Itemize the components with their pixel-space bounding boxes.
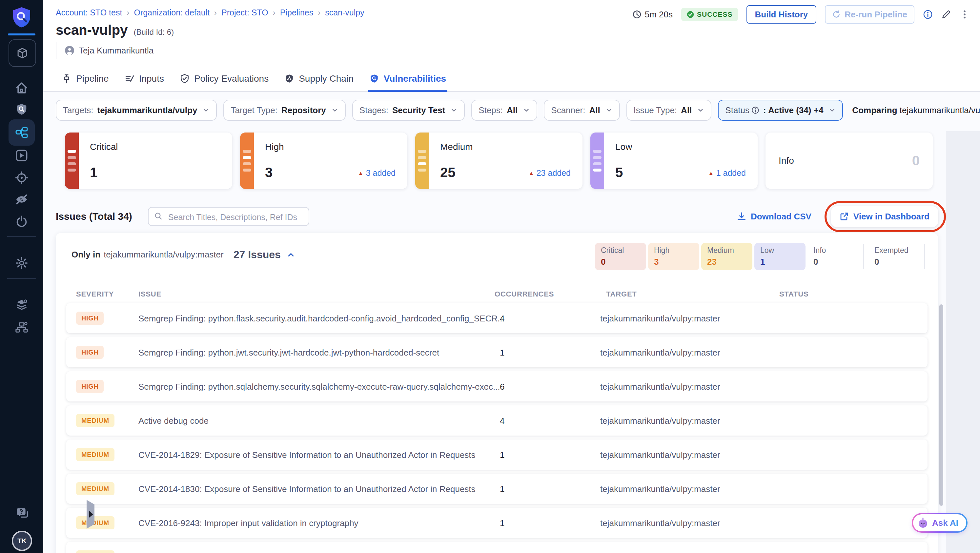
filter-stages[interactable]: Stages: Security Test xyxy=(352,100,465,121)
card-high[interactable]: High 3 ▲3 added xyxy=(240,132,407,189)
tab-label: Supply Chain xyxy=(299,73,353,84)
severity-badge: MEDIUM xyxy=(76,414,115,427)
table-row[interactable]: MEDIUM Active debug code 4 tejakummariku… xyxy=(66,405,928,435)
chip-critical[interactable]: Critical 0 xyxy=(595,243,646,270)
filter-scanner[interactable]: Scanner: All xyxy=(544,100,620,121)
tab-policy-evaluations[interactable]: Policy Evaluations xyxy=(178,66,270,91)
chip-exempted[interactable]: Exempted 0 xyxy=(869,243,920,270)
kebab-menu-icon[interactable] xyxy=(960,10,969,19)
table-row[interactable]: MEDIUM CVE-2014-1829: Exposure of Sensit… xyxy=(66,440,928,470)
chevron-up-icon[interactable] xyxy=(286,251,295,259)
breadcrumb-pipelines[interactable]: Pipelines xyxy=(280,8,313,17)
card-critical[interactable]: Critical 1 xyxy=(65,132,232,189)
chip-medium[interactable]: Medium 23 xyxy=(701,243,752,270)
filter-label: Target Type: xyxy=(231,105,277,116)
breadcrumb-account[interactable]: Account: STO test xyxy=(56,8,122,17)
breadcrumb-current[interactable]: scan-vulpy xyxy=(325,8,364,17)
group-target: tejakummarikuntla/vulpy:master xyxy=(103,249,224,260)
filter-value: All xyxy=(681,105,692,116)
chevron-down-icon xyxy=(202,106,210,114)
tab-pipeline[interactable]: Pipeline xyxy=(60,66,110,91)
card-info[interactable]: Info 0 xyxy=(765,132,933,189)
shield-nodes-icon xyxy=(284,74,294,84)
breadcrumb-project[interactable]: Project: STO xyxy=(221,8,268,17)
module-selector-button[interactable] xyxy=(8,39,36,67)
build-history-button[interactable]: Build History xyxy=(746,5,817,24)
filter-status[interactable]: Status : Active (34) +4 xyxy=(718,100,843,121)
rerun-pipeline-button[interactable]: Re-run Pipeline xyxy=(825,5,915,24)
table-row[interactable]: HIGH Semgrep Finding: python.sqlalchemy.… xyxy=(66,371,928,402)
sidebar-expand-handle[interactable] xyxy=(87,500,94,529)
filter-issue-type[interactable]: Issue Type: All xyxy=(627,100,712,121)
issue-title: CVE-2016-9243: Improper input validation… xyxy=(138,518,358,528)
card-count: 1 xyxy=(90,165,97,180)
chat-help-icon[interactable] xyxy=(15,507,30,521)
home-icon[interactable] xyxy=(15,81,28,94)
table-row[interactable]: HIGH Semgrep Finding: python.flask.secur… xyxy=(66,303,928,333)
filter-targets[interactable]: Targets: tejakummarikuntla/vulpy xyxy=(56,100,217,121)
issue-group-header[interactable]: Only in tejakummarikuntla/vulpy:master 2… xyxy=(72,249,295,261)
eye-off-icon[interactable] xyxy=(15,193,28,206)
card-added: ▲3 added xyxy=(358,168,396,178)
edit-pencil-icon[interactable] xyxy=(941,10,951,19)
scrollbar-thumb[interactable] xyxy=(939,304,943,506)
chevron-down-icon xyxy=(605,106,612,114)
filter-steps[interactable]: Steps: All xyxy=(471,100,537,121)
network-gear-icon[interactable] xyxy=(15,321,28,334)
search-input[interactable] xyxy=(167,208,304,227)
added-text: 1 added xyxy=(716,168,746,178)
download-icon xyxy=(737,212,746,221)
info-icon xyxy=(751,106,759,114)
severity-level-icon xyxy=(240,132,254,189)
avatar[interactable]: TK xyxy=(12,531,32,551)
pipeline-graph-icon xyxy=(16,126,28,139)
breadcrumb-organization[interactable]: Organization: default xyxy=(134,8,210,17)
card-label: High xyxy=(265,142,284,152)
gear-settings-icon[interactable] xyxy=(15,256,28,270)
chevron-down-icon xyxy=(829,106,836,114)
table-row[interactable]: HIGH Semgrep Finding: python.jwt.securit… xyxy=(66,337,928,367)
sidebar-divider xyxy=(7,236,36,237)
filter-label: Scanner: xyxy=(551,105,585,116)
layers-gear-icon[interactable] xyxy=(15,299,28,311)
severity-chips: Critical 0 High 3 Medium 23 Low 1 xyxy=(595,243,928,270)
chip-label: Critical xyxy=(601,246,640,255)
shield-search-icon[interactable] xyxy=(15,103,28,116)
card-low[interactable]: Low 5 ▲1 added xyxy=(590,132,757,189)
ask-ai-button[interactable]: Ask AI xyxy=(912,513,967,533)
chip-info[interactable]: Info 0 xyxy=(808,243,859,270)
table-row[interactable]: MEDIUM CVE-2016-9243: Improper input val… xyxy=(66,508,928,538)
chip-low[interactable]: Low 1 xyxy=(754,243,805,270)
chevron-down-icon xyxy=(523,106,530,114)
download-csv-button[interactable]: Download CSV xyxy=(737,211,811,222)
target: tejakummarikuntla/vulpy:master xyxy=(600,382,720,392)
severity-level-icon xyxy=(415,132,429,189)
author-name: Teja Kummarikuntla xyxy=(79,46,153,56)
chip-high[interactable]: High 3 xyxy=(648,243,699,270)
tab-label: Inputs xyxy=(139,73,164,84)
card-medium[interactable]: Medium 25 ▲23 added xyxy=(415,132,582,189)
triangle-up-icon: ▲ xyxy=(358,170,363,176)
issue-title: Semgrep Finding: python.flask.security.a… xyxy=(138,313,505,324)
filter-target-type[interactable]: Target Type: Repository xyxy=(223,100,345,121)
table-row-partial[interactable]: MEDIUM xyxy=(66,542,928,553)
tabbar: Pipeline Inputs Policy Evaluations Suppl… xyxy=(43,66,980,92)
tab-inputs[interactable]: Inputs xyxy=(123,66,165,91)
view-in-dashboard-button[interactable]: View in Dashboard xyxy=(831,206,938,227)
power-icon[interactable] xyxy=(15,215,28,228)
tab-label: Pipeline xyxy=(76,73,109,84)
crosshair-targets-icon[interactable] xyxy=(15,171,28,184)
card-count: 3 xyxy=(265,165,272,180)
issue-title: CVE-2014-1829: Exposure of Sensitive Inf… xyxy=(138,450,476,460)
table-row[interactable]: MEDIUM CVE-2014-1830: Exposure of Sensit… xyxy=(66,474,928,504)
play-executions-icon[interactable] xyxy=(15,149,28,162)
tab-vulnerabilities[interactable]: Vulnerabilities xyxy=(368,66,447,91)
check-circle-icon xyxy=(686,11,694,18)
target: tejakummarikuntla/vulpy:master xyxy=(600,348,720,358)
tab-supply-chain[interactable]: Supply Chain xyxy=(283,66,355,91)
clock-icon xyxy=(632,10,641,19)
chip-value: 0 xyxy=(874,257,914,267)
info-icon[interactable] xyxy=(923,10,933,19)
cube-module-icon xyxy=(16,47,28,59)
sidebar-item-pipelines[interactable] xyxy=(8,119,35,146)
